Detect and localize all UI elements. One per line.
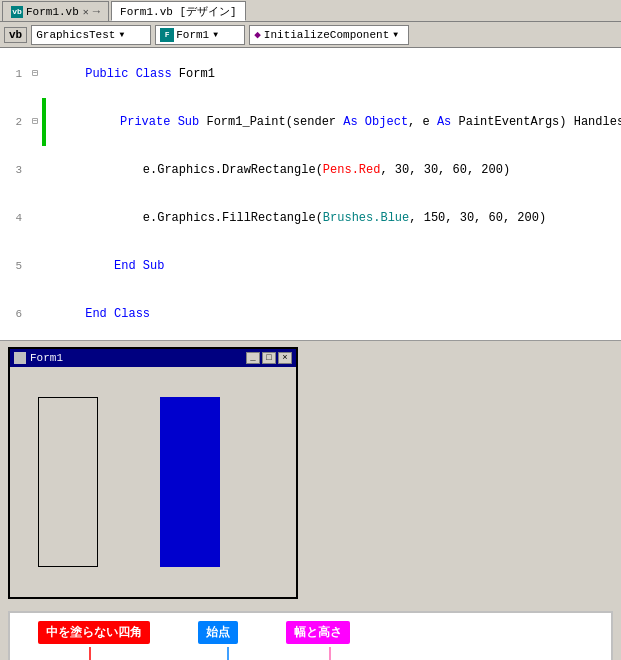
code-line-3: 3 e.Graphics.DrawRectangle(Pens.Red, 30,… bbox=[0, 146, 621, 194]
form-title-icon bbox=[14, 352, 26, 364]
method-dropdown-arrow: ▼ bbox=[393, 30, 398, 39]
code-line-6: 6 End Class bbox=[0, 290, 621, 338]
callout-size: 幅と高さ bbox=[286, 621, 350, 644]
method-icon: ◆ bbox=[254, 28, 261, 41]
form-dropdown-arrow: ▼ bbox=[213, 30, 218, 39]
form-dropdown-label: Form1 bbox=[176, 29, 209, 41]
tab-form1vb-design[interactable]: Form1.vb [デザイン] bbox=[111, 1, 246, 21]
tab-bar: vb Form1.vb ✕ → Form1.vb [デザイン] bbox=[0, 0, 621, 22]
form-window: Form1 _ □ × bbox=[8, 347, 298, 599]
callout-start-point: 始点 bbox=[198, 621, 238, 644]
code-line-1: 1 ⊟ Public Class Form1 bbox=[0, 50, 621, 98]
line-num-5: 5 bbox=[0, 258, 28, 274]
line-num-3: 3 bbox=[0, 162, 28, 178]
callout-no-fill: 中を塗らない四角 bbox=[38, 621, 150, 644]
line-content-5: End Sub bbox=[42, 242, 621, 290]
method-dropdown-label: InitializeComponent bbox=[264, 29, 389, 41]
line-content-2: Private Sub Form1_Paint(sender As Object… bbox=[48, 98, 621, 146]
fill-rectangle bbox=[160, 397, 220, 567]
code-line-2: 2 ⊟ Private Sub Form1_Paint(sender As Ob… bbox=[0, 98, 621, 146]
line-num-6: 6 bbox=[0, 306, 28, 322]
form-minimize-btn[interactable]: _ bbox=[246, 352, 260, 364]
code-line-4: 4 e.Graphics.FillRectangle(Brushes.Blue,… bbox=[0, 194, 621, 242]
tab-close-form1vb[interactable]: ✕ bbox=[83, 6, 89, 18]
form-icon: F bbox=[160, 28, 174, 42]
form-title-label: Form1 bbox=[30, 352, 63, 364]
explain-box: 中を塗らない四角 始点 幅と高さ e.Graphics.DrawRectangl… bbox=[8, 611, 613, 660]
form-dropdown[interactable]: F Form1 ▼ bbox=[155, 25, 245, 45]
form-maximize-btn[interactable]: □ bbox=[262, 352, 276, 364]
project-dropdown-arrow: ▼ bbox=[119, 30, 124, 39]
form-body bbox=[10, 367, 296, 597]
method-dropdown[interactable]: ◆ InitializeComponent ▼ bbox=[249, 25, 409, 45]
tab-form1vb-label: Form1.vb bbox=[26, 6, 79, 18]
form-preview-container: Form1 _ □ × bbox=[0, 341, 621, 605]
line-content-1: Public Class Form1 bbox=[42, 50, 621, 98]
tab-form1vb-design-label: Form1.vb [デザイン] bbox=[120, 4, 237, 19]
line-content-6: End Class bbox=[42, 290, 621, 338]
code-editor[interactable]: 1 ⊟ Public Class Form1 2 ⊟ Private Sub F… bbox=[0, 48, 621, 341]
toolbar: vb GraphicsTest ▼ F Form1 ▼ ◆ Initialize… bbox=[0, 22, 621, 48]
form-close-btn[interactable]: × bbox=[278, 352, 292, 364]
tab-icon-vb: vb bbox=[11, 6, 23, 18]
line-content-3: e.Graphics.DrawRectangle(Pens.Red, 30, 3… bbox=[42, 146, 621, 194]
lang-label: vb bbox=[4, 27, 27, 43]
line-num-4: 4 bbox=[0, 210, 28, 226]
tab-arrow[interactable]: → bbox=[93, 5, 100, 19]
line-indicator-2: ⊟ bbox=[28, 114, 42, 130]
tab-form1vb[interactable]: vb Form1.vb ✕ → bbox=[2, 1, 109, 21]
code-line-5: 5 End Sub bbox=[0, 242, 621, 290]
line-num-1: 1 bbox=[0, 66, 28, 82]
line-indicator-1: ⊟ bbox=[28, 66, 42, 82]
green-line-2 bbox=[42, 98, 46, 146]
form-title-left: Form1 bbox=[14, 352, 63, 364]
line-content-4: e.Graphics.FillRectangle(Brushes.Blue, 1… bbox=[42, 194, 621, 242]
form-titlebar: Form1 _ □ × bbox=[10, 349, 296, 367]
project-dropdown-label: GraphicsTest bbox=[36, 29, 115, 41]
draw-rectangle bbox=[38, 397, 98, 567]
form-controls[interactable]: _ □ × bbox=[246, 352, 292, 364]
line-num-2: 2 bbox=[0, 114, 28, 130]
project-dropdown[interactable]: GraphicsTest ▼ bbox=[31, 25, 151, 45]
